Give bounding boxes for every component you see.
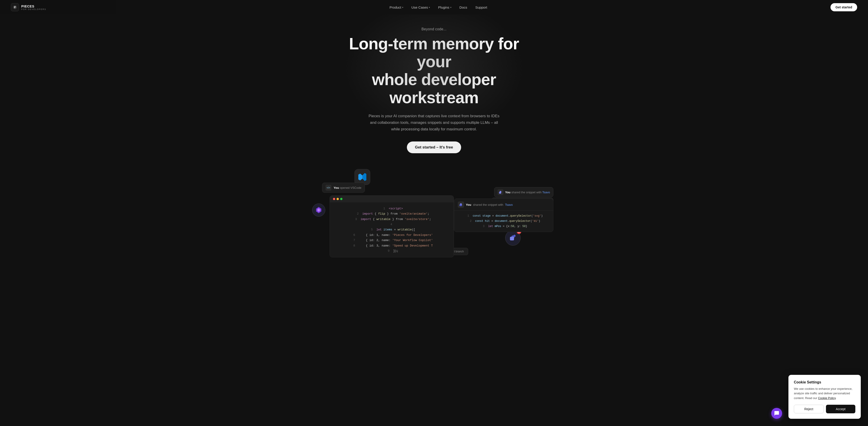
cookie-settings-panel: Cookie Settings We use cookies to enhanc… [788, 375, 861, 419]
code-line-2: 2import { flip } from 'svelte/animate'; [334, 211, 449, 217]
code-line-3: 3import { writable } from 'svelte/store'… [334, 217, 449, 222]
code-line-9: 9]); [334, 248, 449, 254]
code-line-1: 1<script> [334, 206, 449, 211]
nav-link-support[interactable]: Support [475, 5, 487, 9]
snippet-line-1: 1const stage = document.querySelector('s… [458, 214, 550, 219]
hero-title-line2: whole developer workstream [372, 70, 496, 106]
cookie-description: We use cookies to enhance your experienc… [794, 387, 855, 401]
snippet-line-3: 3let mPos = {x:50, y: 50} [458, 224, 550, 229]
window-minimize-dot [337, 198, 339, 200]
code-line-8: 8 { id: 3, name: 'Speed up Development T [334, 243, 449, 248]
chat-bubble-button[interactable] [771, 408, 782, 419]
nav-link-product[interactable]: Product ▾ [390, 5, 403, 9]
cookie-accept-button[interactable]: Accept [826, 405, 855, 413]
hero-title-line1: Long-term memory for your [349, 35, 519, 70]
chevron-down-icon: ▾ [429, 6, 430, 9]
nav-item-support[interactable]: Support [475, 5, 487, 9]
cookie-reject-button[interactable]: Reject [794, 405, 824, 413]
window-close-dot [333, 198, 335, 200]
navigation: P PIECES FOR DEVELOPERS Product ▾ Use Ca… [0, 0, 868, 15]
window-maximize-dot [340, 198, 342, 200]
svg-rect-6 [499, 192, 501, 194]
teams-icon [498, 189, 503, 195]
code-editor-window: 1<script> 2import { flip } from 'svelte/… [330, 195, 454, 258]
nav-item-docs[interactable]: Docs [460, 5, 467, 9]
cookie-title: Cookie Settings [794, 380, 855, 385]
nav-link-plugins[interactable]: Plugins ▾ [438, 5, 451, 9]
nav-item-plugins[interactable]: Plugins ▾ [438, 5, 451, 9]
teams-snippet-icon [458, 201, 464, 208]
window-title-bar [330, 196, 454, 202]
hero-cta-button[interactable]: Get started – It's free [407, 141, 461, 153]
shared-snippet-panel: You shared the snippet with Tsavo 1const… [454, 199, 553, 232]
code-line-6: 6 { id: 1, name: 'Pieces for Developers' [334, 232, 449, 238]
teams-activity-pill: You shared the snippet with Tsavo [494, 187, 553, 197]
code-icon: </> [326, 185, 331, 191]
snippet-code-content: 1const stage = document.querySelector('s… [454, 211, 553, 232]
nav-links: Product ▾ Use Cases ▾ Plugins ▾ Docs Sup… [390, 5, 487, 9]
teams-float-icon: 19 [505, 230, 521, 246]
cookie-policy-link[interactable]: Cookie Policy [818, 396, 836, 400]
chevron-down-icon: ▾ [402, 6, 403, 9]
svg-rect-3 [510, 237, 514, 240]
brand-name: PIECES [21, 4, 46, 8]
nav-get-started-button[interactable]: Get started [831, 3, 857, 11]
code-line-4: 4 [334, 222, 449, 227]
logo-text: PIECES FOR DEVELOPERS [21, 4, 46, 10]
vscode-activity-pill: </> You opened VSCode [322, 183, 365, 193]
chevron-down-icon: ▾ [450, 6, 452, 9]
svg-text:P: P [14, 6, 16, 9]
vscode-pill-action: opened VSCode [340, 186, 361, 190]
nav-item-usecases[interactable]: Use Cases ▾ [411, 5, 430, 9]
code-line-7: 7 { id: 2, name: 'Your Workflow Copilot' [334, 238, 449, 243]
hero-title: Long-term memory for your whole develope… [344, 35, 524, 107]
code-line-5: 5let items = writable([ [334, 227, 449, 232]
svg-point-4 [513, 235, 516, 237]
cookie-buttons: Reject Accept [794, 405, 855, 413]
nav-item-product[interactable]: Product ▾ [390, 5, 403, 9]
logo-icon: P [11, 3, 19, 11]
hero-description: Pieces is your AI companion that capture… [366, 113, 502, 133]
logo[interactable]: P PIECES FOR DEVELOPERS [11, 3, 46, 11]
snippet-panel-header: You shared the snippet with Tsavo [454, 199, 553, 211]
pill-you-label: You [334, 186, 339, 190]
snippet-line-2: 2const hit = document.querySelector('di'… [458, 219, 550, 224]
teams-float-container: 19 [508, 171, 524, 187]
svg-rect-8 [460, 205, 462, 206]
code-content: 1<script> 2import { flip } from 'svelte/… [330, 202, 454, 257]
nav-link-docs[interactable]: Docs [460, 5, 467, 9]
nav-link-usecases[interactable]: Use Cases ▾ [411, 5, 430, 9]
brand-sub: FOR DEVELOPERS [21, 8, 46, 10]
obsidian-float-icon [312, 203, 325, 217]
hero-tagline: Beyond code... [422, 27, 447, 31]
hero-section: Beyond code... Long-term memory for your… [0, 0, 868, 271]
